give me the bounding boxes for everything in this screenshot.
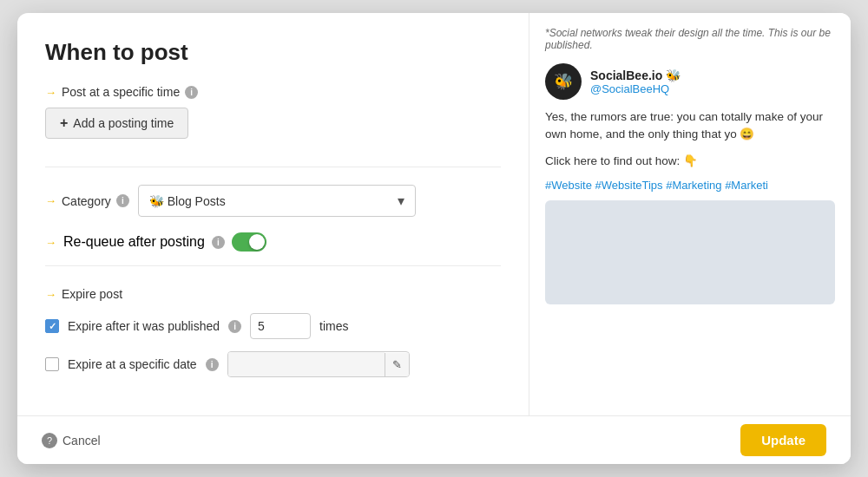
cancel-label: Cancel <box>62 434 101 448</box>
post-hashtags: #Website #WebsiteTips #Marketing #Market… <box>545 179 835 192</box>
expire-after-info-icon[interactable]: i <box>228 320 241 333</box>
account-name: SocialBee.io 🐝 <box>590 69 681 82</box>
post-text-2: Click here to find out how: 👇 <box>545 153 835 170</box>
expire-after-row: ✓ Expire after it was published i times <box>45 313 501 339</box>
expire-title-row: → Expire post <box>45 287 501 301</box>
category-info-icon[interactable]: i <box>116 194 129 207</box>
post-at-info-icon[interactable]: i <box>185 86 198 99</box>
divider-2 <box>45 265 501 266</box>
expire-date-info-icon[interactable]: i <box>206 358 219 371</box>
right-panel: *Social networks tweak their design all … <box>529 13 851 464</box>
checkmark-icon: ✓ <box>49 321 56 332</box>
category-label-wrap: → Category i <box>45 194 129 208</box>
expire-after-input[interactable] <box>250 313 311 339</box>
requeue-arrow-icon: → <box>45 236 56 249</box>
cancel-button[interactable]: ? Cancel <box>42 433 101 448</box>
update-button[interactable]: Update <box>740 424 826 456</box>
add-posting-time-label: Add a posting time <box>73 116 174 130</box>
expire-after-label: Expire after it was published <box>68 319 220 333</box>
post-header: 🐝 SocialBee.io 🐝 @SocialBeeHQ <box>545 63 835 100</box>
requeue-row: → Re-queue after posting i <box>45 232 501 252</box>
expire-date-label: Expire at a specific date <box>68 357 197 371</box>
expire-section: → Expire post ✓ Expire after it was publ… <box>45 287 501 389</box>
post-at-row: → Post at a specific time i <box>45 85 501 99</box>
post-at-section: → Post at a specific time i + Add a post… <box>45 85 501 139</box>
edit-date-icon[interactable]: ✎ <box>385 353 409 376</box>
account-handle: @SocialBeeHQ <box>590 82 681 95</box>
requeue-info-icon[interactable]: i <box>212 236 225 249</box>
page-title: When to post <box>45 39 501 66</box>
expire-arrow-icon: → <box>45 288 56 301</box>
divider-1 <box>45 167 501 167</box>
requeue-toggle[interactable] <box>232 232 266 252</box>
toggle-knob <box>249 234 265 250</box>
left-panel: When to post → Post at a specific time i… <box>17 13 529 464</box>
category-select-value: 🐝 Blog Posts <box>149 194 226 208</box>
category-select[interactable]: 🐝 Blog Posts ▾ <box>138 185 416 217</box>
expire-after-checkbox[interactable]: ✓ <box>45 319 59 333</box>
post-account: SocialBee.io 🐝 @SocialBeeHQ <box>590 69 681 95</box>
expire-after-unit: times <box>319 319 348 333</box>
post-at-label: Post at a specific time <box>62 85 180 99</box>
update-label: Update <box>761 433 806 448</box>
preview-note: *Social networks tweak their design all … <box>545 27 835 51</box>
requeue-label: Re-queue after posting <box>63 234 205 250</box>
footer: ? Cancel Update <box>17 415 851 464</box>
category-value: 🐝 Blog Posts <box>149 194 226 208</box>
post-image-placeholder <box>545 200 835 304</box>
avatar: 🐝 <box>545 63 582 100</box>
post-text-1: Yes, the rumors are true: you can totall… <box>545 108 835 144</box>
expire-date-checkbox[interactable] <box>45 357 59 371</box>
category-label: Category <box>62 194 111 208</box>
category-row: → Category i 🐝 Blog Posts ▾ <box>45 185 501 217</box>
add-posting-time-button[interactable]: + Add a posting time <box>45 108 188 139</box>
arrow-icon: → <box>45 86 56 99</box>
plus-icon: + <box>60 115 68 131</box>
expire-date-row: Expire at a specific date i ✎ <box>45 351 501 377</box>
category-arrow-icon: → <box>45 194 56 207</box>
question-icon: ? <box>42 433 57 448</box>
expire-date-input-wrap: ✎ <box>227 351 410 377</box>
social-post: 🐝 SocialBee.io 🐝 @SocialBeeHQ Yes, the r… <box>545 63 835 304</box>
expire-date-input[interactable] <box>228 352 385 376</box>
modal: When to post → Post at a specific time i… <box>17 13 851 464</box>
chevron-down-icon: ▾ <box>398 193 404 209</box>
expire-title-label: Expire post <box>62 287 122 301</box>
